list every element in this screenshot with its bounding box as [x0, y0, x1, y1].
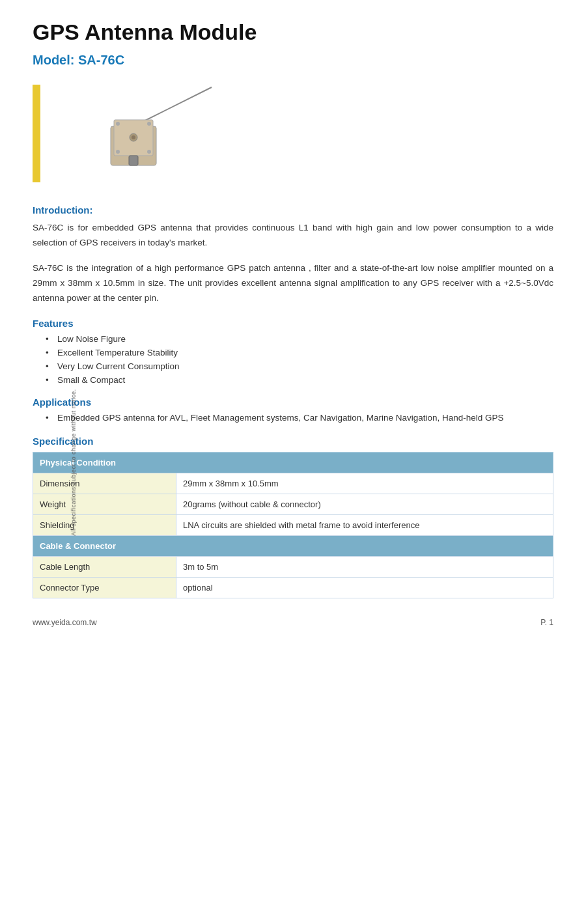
svg-line-0: [140, 87, 212, 123]
svg-point-8: [147, 150, 151, 154]
page: All specifications subject to change wit…: [0, 0, 586, 924]
svg-point-4: [132, 135, 135, 139]
applications-list: Embedded GPS antenna for AVL, Fleet Mana…: [46, 413, 553, 423]
model-line: Model: SA-76C: [33, 53, 553, 68]
row-label: Cable Length: [33, 556, 176, 577]
table-row: Cable Length 3m to 5m: [33, 556, 553, 577]
table-row: Shielding LNA circuits are shielded with…: [33, 514, 553, 535]
model-value: SA-76C: [78, 53, 124, 67]
list-item: Low Noise Figure: [46, 334, 553, 344]
table-row: Dimension 29mm x 38mm x 10.5mm: [33, 473, 553, 494]
svg-point-5: [116, 122, 120, 126]
list-item: Excellent Temperature Stability: [46, 348, 553, 357]
footer-page: P. 1: [540, 618, 553, 627]
table-row: Weight 20grams (without cable & connecto…: [33, 494, 553, 514]
row-value: 29mm x 38mm x 10.5mm: [176, 473, 553, 494]
product-image-area: [75, 81, 553, 185]
section-header: Physical Condition: [33, 452, 553, 473]
features-heading: Features: [33, 318, 553, 329]
table-row: Connector Type optional: [33, 577, 553, 598]
page-title: GPS Antenna Module: [33, 20, 553, 45]
svg-rect-9: [129, 156, 138, 165]
model-label: Model:: [33, 53, 74, 67]
side-label: All specifications subject to change wit…: [70, 389, 77, 536]
specification-heading: Specification: [33, 436, 553, 447]
row-value: 3m to 5m: [176, 556, 553, 577]
specification-table: Physical Condition Dimension 29mm x 38mm…: [33, 452, 553, 598]
features-list: Low Noise Figure Excellent Temperature S…: [46, 334, 553, 385]
introduction-paragraph2: SA-76C is the integration of a high perf…: [33, 261, 553, 306]
table-row: Physical Condition: [33, 452, 553, 473]
row-label: Weight: [33, 494, 176, 514]
row-label: Shielding: [33, 514, 176, 535]
table-row: Cable & Connector: [33, 535, 553, 556]
footer: www.yeida.com.tw P. 1: [33, 618, 553, 627]
specification-section: Specification Physical Condition Dimensi…: [33, 436, 553, 598]
row-label: Connector Type: [33, 577, 176, 598]
svg-point-6: [147, 122, 151, 126]
row-value: 20grams (without cable & connector): [176, 494, 553, 514]
row-value: optional: [176, 577, 553, 598]
introduction-paragraph1: SA-76C is for embedded GPS antenna that …: [33, 221, 553, 251]
yellow-accent-bar: [33, 85, 40, 182]
footer-website: www.yeida.com.tw: [33, 618, 97, 627]
list-item: Very Low Current Consumption: [46, 361, 553, 371]
introduction-heading: Introduction:: [33, 204, 553, 216]
list-item: Small & Compact: [46, 375, 553, 385]
product-image: [75, 84, 218, 182]
section-header: Cable & Connector: [33, 535, 553, 556]
list-item: Embedded GPS antenna for AVL, Fleet Mana…: [46, 413, 553, 423]
row-value: LNA circuits are shielded with metal fra…: [176, 514, 553, 535]
row-label: Dimension: [33, 473, 176, 494]
applications-heading: Applications: [33, 397, 553, 408]
svg-point-7: [116, 150, 120, 154]
